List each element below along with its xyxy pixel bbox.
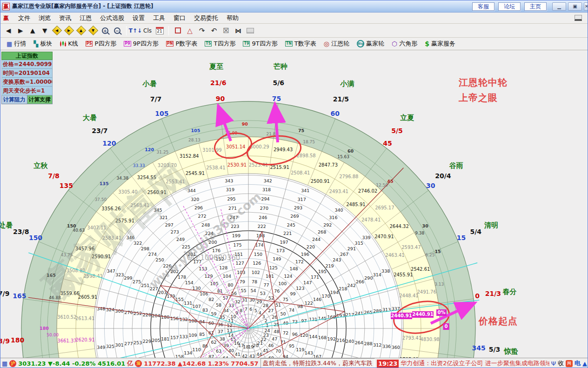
svg-text:273: 273 [171,229,179,234]
close-button[interactable]: ✕ [584,2,588,11]
diamond-right-icon[interactable]: ▶ [64,26,74,36]
page-up-icon[interactable]: ▲ [27,26,38,36]
svg-text:143: 143 [305,350,313,355]
svg-text:79: 79 [240,279,245,284]
svg-text:0: 0 [475,292,480,300]
view-winner-service-button[interactable]: $赢家服务 [421,39,459,49]
quote-grid-icon[interactable]: ▦ [2,360,7,367]
view-9p-square-button[interactable]: P99P四方形 [120,39,162,49]
svg-text:2530.91: 2530.91 [227,162,247,167]
calendar-icon[interactable]: 21 [154,26,165,36]
svg-text:342: 342 [264,178,272,183]
svg-text:小暑: 小暑 [142,80,157,88]
zoom-in-icon[interactable]: + [100,26,110,36]
menu-browse[interactable]: 浏览 [34,13,55,23]
blocks-icon: ▚ [33,40,38,47]
svg-text:77: 77 [263,282,269,288]
toolbar-main: ◀ ▶ ▲ ▼ ◀ ▶ ▲ ▼ + − T↑↓ Cls 21 △ ↷ ↶ ☒ ⋈ [0,24,588,38]
triangle-tool-icon[interactable]: △ [185,26,195,36]
menu-help[interactable]: 帮助 [222,13,243,23]
minimize-button[interactable]: ▁ [552,2,566,11]
cls-button[interactable]: Cls [142,26,153,36]
svg-text:60: 60 [330,110,340,117]
calc-support-button[interactable]: 计算支撑 [27,95,53,104]
svg-text:33.33: 33.33 [133,163,145,168]
svg-text:221: 221 [283,231,292,236]
diamond-left-icon[interactable]: ◀ [52,26,62,36]
menu-trade-entrust[interactable]: 交易委托 [190,13,222,23]
rotate-ccw-icon[interactable]: ↶ [209,26,219,36]
ps-icon: PS [86,41,93,47]
tray-app-icon[interactable]: 网 [566,360,573,367]
svg-text:180: 180 [40,326,49,331]
svg-text:320: 320 [191,197,199,202]
svg-text:87: 87 [208,354,214,358]
svg-text:28.13: 28.13 [188,138,200,142]
view-p-square-button[interactable]: PSP四方形 [82,39,120,49]
customer-service-button[interactable]: 客服 [472,2,494,11]
maximize-button[interactable]: ▣ [568,2,582,11]
zoom-out-icon[interactable]: − [112,26,122,36]
diamond-down-icon[interactable]: ▼ [88,26,98,36]
svg-text:240: 240 [346,339,354,344]
news-ticker-2[interactable]: 华力创通：出资2亿设立子公司 进一步聚焦集成电路领域 [401,359,549,368]
svg-text:2613.41: 2613.41 [75,316,94,321]
svg-text:7/9: 7/9 [0,290,9,297]
view-sectors-button[interactable]: ▚板块 [30,39,55,49]
svg-text:5/5: 5/5 [391,127,403,134]
svg-text:34.38: 34.38 [117,176,129,181]
svg-text:4: 4 [259,310,261,315]
svg-text:59: 59 [211,311,216,316]
svg-text:150: 150 [67,223,76,228]
shenzhen-market-icon: 深 [135,360,142,367]
diamond-up-icon[interactable]: ▲ [76,26,86,36]
svg-text:30: 30 [422,223,429,228]
svg-text:297: 297 [165,222,174,227]
view-winner-wheel-button[interactable]: Big赢家轮 [354,39,388,49]
presentation-icon[interactable] [245,26,255,36]
view-t-square-button[interactable]: TST四方形 [201,39,239,49]
menu-tools[interactable]: 工具 [149,13,169,23]
homepage-button[interactable]: 主页 [524,2,547,11]
step-field: 周天变化步长=1 [1,87,53,95]
menu-gann[interactable]: 江恩 [75,13,96,23]
svg-text:339: 339 [362,235,370,240]
svg-text:340: 340 [334,207,343,213]
view-hexagon-button[interactable]: ⬡六角形 [388,39,421,49]
svg-text:135: 135 [100,181,109,186]
rotate-cw-icon[interactable]: ↷ [197,26,207,36]
menu-news[interactable]: 资讯 [55,13,75,23]
calc-resistance-button[interactable]: 计算阻力 [1,95,27,104]
pn-icon: PN [166,41,174,47]
t-updown-icon[interactable]: T↑↓ [130,26,140,36]
svg-text:48: 48 [274,329,279,334]
square-tool-icon[interactable] [173,26,183,36]
news-ticker-1[interactable]: 盘前走低，特斯拉跌3.44%，蔚来汽车跌 [261,358,375,368]
svg-text:348: 348 [97,306,105,311]
mdi-child-window-icon[interactable] [575,15,582,21]
crosshair-icon[interactable]: ⋈ [233,26,243,36]
forum-button[interactable]: 论坛 [498,2,521,11]
p9-icon: P9 [124,41,131,47]
collapse-label[interactable]: 收 [558,359,564,368]
view-kline-button[interactable]: K线 [56,39,81,49]
svg-text:197: 197 [280,240,288,245]
svg-text:4830.98: 4830.98 [421,337,440,342]
menu-window[interactable]: 窗口 [169,13,190,23]
view-t-table-button[interactable]: TNT数字表 [282,39,320,49]
menu-file[interactable]: 文件 [14,13,34,23]
forward-icon[interactable]: ▶ [15,26,26,36]
menu-formula-stock-pick[interactable]: 公式选股 [96,13,128,23]
back-icon[interactable]: ◀ [3,26,13,36]
view-9t-square-button[interactable]: T99T四方形 [240,39,281,49]
svg-text:54: 54 [250,288,256,293]
svg-text:立夏: 立夏 [400,114,414,122]
page-down-icon[interactable]: ▼ [40,26,50,36]
svg-text:245: 245 [287,222,295,227]
view-p-table-button[interactable]: PNP数字表 [163,39,200,49]
menu-settings[interactable]: 设置 [128,13,149,23]
view-quotes-button[interactable]: ▦行情 [3,39,29,49]
view-gann-wheel-button[interactable]: ◎江恩轮 [321,39,353,49]
svg-text:31.25: 31.25 [157,150,169,154]
delete-box-icon[interactable]: ☒ [221,26,231,36]
